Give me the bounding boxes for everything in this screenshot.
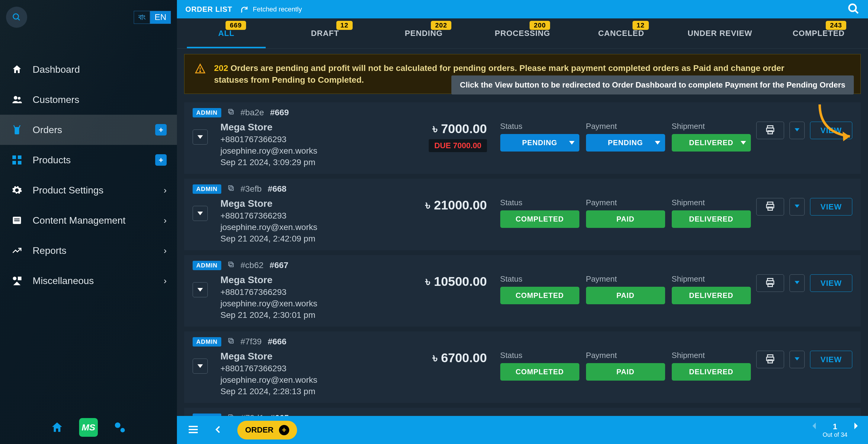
- add-product-button[interactable]: +: [155, 154, 167, 166]
- bottom-home-button[interactable]: [48, 418, 66, 437]
- menu-toggle-button[interactable]: [187, 423, 199, 437]
- home-icon: [10, 63, 24, 76]
- status-select[interactable]: DELIVERED: [672, 211, 751, 228]
- lang-bn[interactable]: বাং: [134, 11, 150, 24]
- status-select[interactable]: DELIVERED: [672, 287, 751, 304]
- svg-rect-39: [228, 262, 232, 265]
- order-number: #668: [268, 184, 286, 194]
- view-button[interactable]: VIEW: [810, 122, 852, 139]
- tab-draft[interactable]: DRAFT12: [276, 19, 374, 48]
- page-prev-button[interactable]: [812, 422, 817, 431]
- order-row: ADMIN#ba2e#669Mega Store+8801767366293jo…: [184, 102, 861, 174]
- svg-marker-51: [795, 357, 800, 361]
- order-amount: ৳21000.00: [425, 198, 487, 213]
- page-of-label: Out of 34: [823, 431, 847, 438]
- sidebar-item-orders[interactable]: Orders +: [0, 115, 177, 145]
- sidebar-item-miscellaneous[interactable]: Miscellaneous ›: [0, 265, 177, 296]
- status-value: PENDING: [522, 138, 557, 147]
- print-button[interactable]: [756, 122, 784, 139]
- expand-button[interactable]: [193, 282, 208, 297]
- tab-badge: 12: [336, 21, 353, 30]
- expand-button[interactable]: [193, 358, 208, 374]
- print-dropdown-button[interactable]: [789, 122, 805, 139]
- status-value: COMPLETED: [516, 291, 564, 300]
- copy-icon[interactable]: [227, 261, 235, 270]
- tab-pending[interactable]: PENDING202: [374, 19, 473, 48]
- print-dropdown-button[interactable]: [789, 198, 805, 216]
- svg-rect-22: [228, 109, 232, 113]
- print-button[interactable]: [756, 351, 784, 368]
- page-next-button[interactable]: [854, 422, 858, 431]
- tab-canceled[interactable]: CANCELED12: [572, 19, 671, 48]
- sidebar-item-label: Product Settings: [33, 185, 164, 196]
- order-number: #669: [270, 108, 289, 118]
- view-button[interactable]: VIEW: [810, 198, 852, 216]
- tab-processing[interactable]: PROCESSING200: [473, 19, 572, 48]
- copy-icon[interactable]: [227, 108, 235, 117]
- status-select[interactable]: PENDING: [500, 134, 579, 152]
- svg-point-16: [849, 4, 856, 11]
- bottom-store-button[interactable]: MS: [79, 418, 98, 437]
- status-select[interactable]: PAID: [586, 287, 665, 304]
- tab-under-review[interactable]: UNDER REVIEW: [671, 19, 769, 48]
- tab-all[interactable]: ALL669: [177, 19, 276, 48]
- tab-completed[interactable]: COMPLETED243: [769, 19, 868, 48]
- status-select[interactable]: DELIVERED: [672, 134, 751, 152]
- copy-icon[interactable]: [227, 337, 235, 346]
- lang-en[interactable]: EN: [150, 11, 171, 24]
- order-hash: #3efb: [241, 184, 262, 194]
- language-toggle[interactable]: বাং EN: [134, 11, 171, 24]
- order-amount: ৳10500.00: [425, 274, 487, 289]
- current-page: 1: [833, 422, 837, 431]
- status-select[interactable]: PAID: [586, 211, 665, 228]
- sidebar-item-products[interactable]: Products +: [0, 145, 177, 175]
- svg-marker-40: [197, 288, 203, 292]
- status-select[interactable]: PAID: [586, 363, 665, 381]
- svg-marker-30: [795, 128, 800, 132]
- status-select[interactable]: PENDING: [586, 134, 665, 152]
- refresh-button[interactable]: Fetched recently: [240, 5, 302, 13]
- sidebar-item-dashboard[interactable]: Dashboard: [0, 54, 177, 85]
- order-date: Sep 21 2024, 2:30:01 pm: [220, 310, 390, 320]
- order-hash: #cb62: [241, 260, 264, 270]
- print-icon: [765, 124, 776, 136]
- sidebar-item-content-management[interactable]: Content Management ›: [0, 205, 177, 235]
- status-select[interactable]: COMPLETED: [500, 211, 579, 228]
- create-order-label: ORDER: [245, 425, 274, 435]
- hamburger-icon: [187, 423, 199, 436]
- print-button[interactable]: [756, 274, 784, 292]
- copy-icon[interactable]: [227, 414, 235, 416]
- status-select[interactable]: COMPLETED: [500, 287, 579, 304]
- view-button[interactable]: VIEW: [810, 351, 852, 368]
- bottom-settings-button[interactable]: [111, 418, 129, 437]
- topbar-search-button[interactable]: [847, 3, 860, 16]
- print-dropdown-button[interactable]: [789, 274, 805, 292]
- print-dropdown-button[interactable]: [789, 351, 805, 368]
- currency-icon: ৳: [425, 198, 430, 213]
- order-row: ADMIN#3efb#668Mega Store+8801767366293jo…: [184, 179, 861, 250]
- back-button[interactable]: [214, 423, 223, 437]
- copy-icon[interactable]: [227, 184, 235, 193]
- sidebar-item-product-settings[interactable]: Product Settings ›: [0, 175, 177, 205]
- print-button[interactable]: [756, 198, 784, 216]
- sidebar-item-customers[interactable]: Customers: [0, 85, 177, 115]
- pagination: 1 Out of 34: [812, 422, 858, 438]
- admin-badge: ADMIN: [193, 337, 221, 347]
- caret-down-icon: [795, 280, 800, 286]
- create-order-button[interactable]: ORDER +: [237, 421, 297, 440]
- status-value: DELIVERED: [689, 291, 733, 300]
- status-select[interactable]: COMPLETED: [500, 363, 579, 381]
- expand-button[interactable]: [193, 206, 208, 221]
- sidebar-search-button[interactable]: [6, 7, 27, 28]
- chevron-right-icon: ›: [164, 215, 167, 225]
- view-button[interactable]: VIEW: [810, 274, 852, 292]
- status-value: COMPLETED: [516, 368, 564, 376]
- add-order-button[interactable]: +: [155, 124, 167, 135]
- status-select[interactable]: DELIVERED: [672, 363, 751, 381]
- expand-button[interactable]: [193, 129, 208, 145]
- svg-marker-25: [655, 141, 660, 145]
- topbar: ORDER LIST Fetched recently: [177, 0, 868, 19]
- sidebar-item-label: Products: [33, 155, 155, 166]
- sidebar-item-reports[interactable]: Reports ›: [0, 235, 177, 265]
- order-number: #667: [270, 260, 288, 270]
